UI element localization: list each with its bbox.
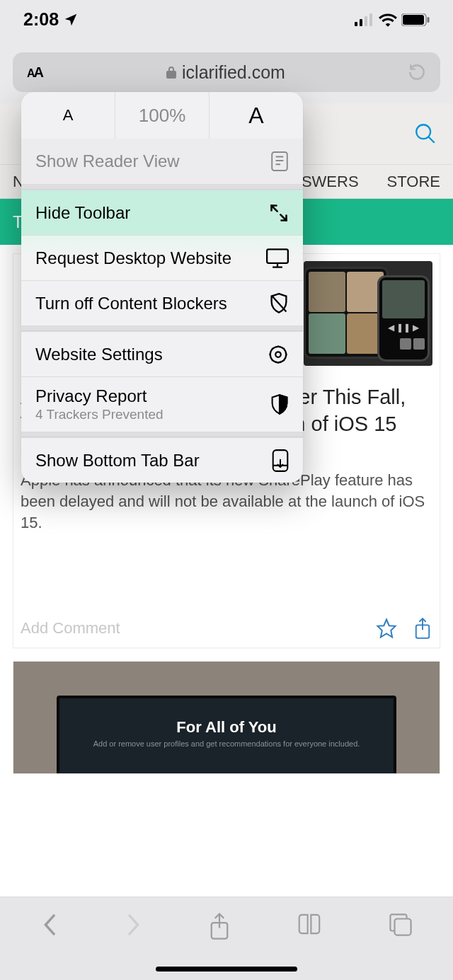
show-bottom-tab-bar[interactable]: Show Bottom Tab Bar	[21, 437, 303, 483]
svg-rect-1	[360, 19, 362, 26]
aa-button[interactable]: AA	[27, 64, 42, 81]
expand-icon	[269, 203, 289, 223]
svg-point-23	[270, 346, 287, 362]
share-icon[interactable]	[413, 618, 432, 639]
bookmarks-icon[interactable]	[296, 913, 323, 935]
svg-point-24	[275, 352, 281, 357]
aa-menu: A 100% A Show Reader View Hide Toolbar R…	[21, 92, 303, 483]
status-time: 2:08	[23, 9, 59, 30]
desktop-icon	[266, 248, 289, 268]
home-indicator[interactable]	[156, 967, 297, 972]
share-icon[interactable]	[209, 913, 230, 940]
svg-rect-19	[267, 249, 288, 263]
tv-sub: Add or remove user profiles and get reco…	[59, 739, 394, 748]
reader-icon	[270, 151, 289, 171]
privacy-sub: 4 Trackers Prevented	[35, 407, 164, 423]
tv-title: For All of You	[59, 718, 394, 737]
gear-icon	[268, 344, 289, 365]
hide-toolbar[interactable]: Hide Toolbar	[21, 190, 303, 235]
svg-point-7	[416, 125, 430, 139]
url-bar[interactable]: AA iclarified.com	[13, 52, 440, 92]
wifi-icon	[379, 13, 397, 27]
add-comment-link[interactable]: Add Comment	[21, 619, 120, 638]
star-icon[interactable]	[376, 618, 397, 639]
show-reader-view: Show Reader View	[21, 139, 303, 184]
svg-rect-5	[403, 15, 424, 25]
shield-icon	[270, 394, 289, 415]
request-desktop[interactable]: Request Desktop Website	[21, 235, 303, 280]
cellular-icon	[355, 13, 374, 26]
svg-line-8	[428, 137, 435, 143]
battery-icon	[401, 13, 430, 26]
article-thumbnail[interactable]: ◀ ❚❚ ▶	[304, 261, 432, 366]
text-larger-button[interactable]: A	[209, 92, 303, 139]
svg-rect-12	[395, 919, 411, 935]
svg-rect-6	[428, 17, 430, 23]
svg-rect-2	[365, 16, 367, 26]
svg-rect-3	[369, 13, 372, 26]
shield-off-icon	[269, 293, 289, 314]
tab-bar-icon	[272, 449, 289, 472]
forward-icon	[125, 913, 143, 937]
nav-item[interactable]: STORE	[387, 173, 440, 191]
tabs-icon[interactable]	[389, 913, 413, 937]
url-domain[interactable]: iclarified.com	[165, 62, 285, 83]
text-smaller-button[interactable]: A	[21, 92, 115, 139]
privacy-report[interactable]: Privacy Report 4 Trackers Prevented	[21, 376, 303, 432]
text-size-control: A 100% A	[21, 92, 303, 139]
back-icon[interactable]	[40, 913, 59, 937]
location-icon	[63, 12, 79, 28]
website-settings[interactable]: Website Settings	[21, 331, 303, 376]
article-card-2[interactable]: For All of You Add or remove user profil…	[13, 661, 440, 774]
lock-icon	[165, 65, 178, 79]
text-zoom-value[interactable]: 100%	[115, 92, 209, 139]
search-icon[interactable]	[413, 122, 437, 146]
svg-marker-9	[378, 620, 396, 638]
svg-rect-13	[272, 152, 287, 171]
status-bar: 2:08	[0, 0, 453, 39]
svg-rect-0	[355, 22, 357, 26]
turn-off-blockers[interactable]: Turn off Content Blockers	[21, 280, 303, 325]
reload-icon[interactable]	[408, 63, 426, 81]
